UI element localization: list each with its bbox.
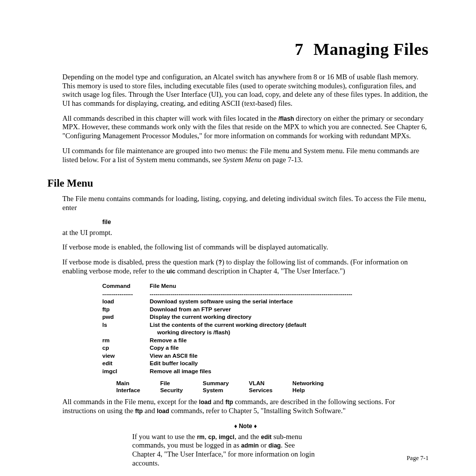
post-p1: All commands in the File menu, except fo…	[62, 398, 429, 415]
flash-path: /flash	[278, 115, 294, 122]
table-row-cont: working directory is /flash)	[102, 329, 429, 337]
menu-bar: MainInterface FileSecurity SummarySystem…	[116, 380, 429, 394]
file-command: file	[102, 219, 429, 226]
page: 7Managing Files Depending on the model t…	[0, 0, 476, 468]
table-row: pwdDisplay the current working directory	[102, 313, 429, 321]
section-p2: at the UI prompt.	[62, 229, 429, 238]
table-divider: ---------------- -----------------------…	[102, 290, 429, 298]
table-row: cpCopy a file	[102, 344, 429, 352]
question-mark: ?	[218, 259, 222, 266]
intro-p2: All commands described in this chapter w…	[62, 114, 429, 141]
section-p1: The File menu contains commands for load…	[62, 195, 429, 212]
intro-p1: Depending on the model type and configur…	[62, 73, 429, 108]
table-row: lsList the contents of the current worki…	[102, 321, 429, 329]
note-heading: ♦ Note ♦	[62, 423, 429, 430]
uic-cmd: uic	[167, 268, 175, 275]
table-row: ftpDownload from an FTP server	[102, 306, 429, 314]
menu-item: MainInterface	[116, 380, 140, 394]
intro-block: Depending on the model type and configur…	[62, 73, 429, 164]
table-row: rmRemove a file	[102, 337, 429, 345]
section-block: The File menu contains commands for load…	[62, 195, 429, 468]
command-table: Command File Menu ---------------- -----…	[102, 282, 429, 394]
table-row: editEdit buffer locally	[102, 360, 429, 368]
section-title: File Menu	[47, 177, 429, 190]
note-body: If you want to use the rm, cp, imgcl, an…	[132, 433, 317, 468]
page-footer: Page 7-1	[407, 455, 429, 462]
menu-item: VLANServices	[249, 380, 272, 394]
table-row: loadDownload system software using the s…	[102, 298, 429, 306]
chapter-title: 7Managing Files	[47, 40, 429, 59]
ref-system-menu: System Menu	[223, 156, 261, 164]
chapter-name: Managing Files	[313, 40, 429, 58]
section-p3: If verbose mode is enabled, the followin…	[62, 243, 429, 252]
table-header: Command File Menu	[102, 282, 429, 290]
table-row: viewView an ASCII file	[102, 352, 429, 360]
menu-item: SummarySystem	[203, 380, 229, 394]
menu-item: NetworkingHelp	[292, 380, 324, 394]
table-row: imgclRemove all image files	[102, 368, 429, 376]
chapter-number: 7	[295, 40, 314, 58]
menu-item: FileSecurity	[160, 380, 183, 394]
intro-p3: UI commands for file maintenance are gro…	[62, 147, 429, 164]
section-p4: If verbose mode is disabled, press the q…	[62, 258, 429, 275]
